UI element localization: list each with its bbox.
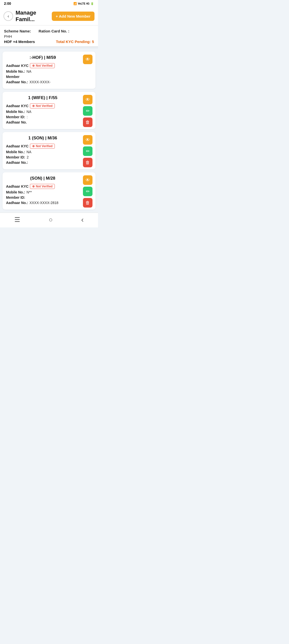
member-4-kyc: Aadhaar KYC ⊗ Not Verified [6, 184, 92, 189]
scheme-value-row: PHH [4, 34, 94, 38]
aadhaar-value: XXXX-XXXX- [29, 80, 51, 84]
mobile-label: Mobile No.: [6, 150, 25, 154]
not-verified-text: Not Verified [36, 185, 53, 188]
member-2-view-button[interactable]: 👁 [83, 95, 92, 104]
member-3-edit-button[interactable]: ✏ [83, 146, 92, 156]
not-verified-text: Not Verified [36, 64, 53, 67]
eye-icon: 👁 [85, 178, 90, 183]
mobile-label: Mobile No.: [6, 69, 25, 73]
aadhaar-label: Aadhaar No.: [6, 201, 28, 205]
battery-icon: 🔋 [90, 2, 94, 5]
kyc-label: Aadhaar KYC [6, 184, 28, 188]
member-3-aadhaar: Aadhaar No.: [6, 160, 92, 165]
eye-icon: 👁 [85, 97, 90, 102]
member-3-actions: 👁 ✏ 🗑 [83, 135, 92, 167]
member-2-title: 1 (WIFE) | F/55 [6, 95, 92, 100]
member-4-view-button[interactable]: 👁 [83, 175, 92, 185]
member-4-delete-button[interactable]: 🗑 [83, 198, 92, 208]
delete-icon: 🗑 [85, 200, 90, 206]
back-nav-icon[interactable]: ‹ [81, 215, 84, 224]
add-member-button[interactable]: + Add New Member [52, 12, 94, 21]
member-card-4: (SON) | M/28 👁 ✏ 🗑 Aadhaar KYC ⊗ Not Ver… [3, 172, 95, 210]
memberid-label: Member ID: [6, 155, 25, 159]
kyc-label: Aadhaar KYC [6, 144, 28, 148]
aadhaar-label: Aadhaar No.: [6, 160, 28, 165]
mobile-value: NA [26, 69, 31, 73]
member-3-view-button[interactable]: 👁 [83, 135, 92, 145]
member-card-2: 1 (WIFE) | F/55 👁 ✏ 🗑 Aadhaar KYC ⊗ Not … [3, 92, 95, 129]
member-3-delete-button[interactable]: 🗑 [83, 158, 92, 167]
add-member-label: + Add New Member [56, 14, 90, 18]
hof-text: HOF +4 Members [4, 39, 35, 44]
member-2-edit-button[interactable]: ✏ [83, 106, 92, 116]
hof-row: HOF +4 Members Total KYC Pending: 5 [4, 39, 94, 44]
role-label: Member [6, 75, 20, 79]
mobile-value: NA [26, 110, 31, 114]
member-1-kyc: Aadhaar KYC ⊗ Not Verified [6, 63, 92, 68]
mobile-value: N** [26, 190, 32, 194]
member-4-actions: 👁 ✏ 🗑 [83, 175, 92, 208]
mobile-value: NA [26, 150, 31, 154]
memberid-value: : [27, 115, 28, 119]
not-verified-text: Not Verified [36, 144, 53, 148]
member-4-aadhaar: Aadhaar No.: XXXX-XXXX-2818 [6, 201, 92, 205]
kyc-label: Aadhaar KYC [6, 104, 28, 108]
member-3-kyc: Aadhaar KYC ⊗ Not Verified [6, 144, 92, 149]
edit-icon: ✏ [86, 189, 90, 194]
member-2-actions: 👁 ✏ 🗑 [83, 95, 92, 127]
member-1-title: :-HOF) | M/59 [6, 55, 92, 60]
mobile-label: Mobile No.: [6, 110, 25, 114]
kyc-label: Aadhaar KYC [6, 64, 28, 68]
member-card-1: :-HOF) | M/59 👁 Aadhaar KYC ⊗ Not Verifi… [3, 52, 95, 89]
scheme-row: Scheme Name: Ration Card No. : [4, 29, 94, 33]
member-4-title: (SON) | M/28 [6, 176, 92, 181]
memberid-value: 2 [27, 155, 29, 159]
back-button[interactable]: ‹ [4, 11, 13, 21]
menu-nav-icon[interactable]: ☰ [14, 216, 20, 224]
not-verified-text: Not Verified [36, 104, 53, 108]
status-bar: 2:00 📶 VoLTE 4G 🔋 [0, 0, 98, 7]
aadhaar-value: XXXX-XXXX-2818 [29, 201, 58, 205]
not-verified-icon: ⊗ [32, 185, 35, 188]
memberid-label: Member ID: [6, 115, 25, 119]
edit-icon: ✏ [86, 108, 90, 114]
member-2-aadhaar: Aadhaar No. [6, 120, 92, 124]
kyc-pending-value: 5 [92, 39, 94, 44]
page-title: Manage Famil... [16, 10, 49, 23]
member-1-actions: 👁 [83, 55, 92, 64]
member-1-view-button[interactable]: 👁 [83, 55, 92, 64]
member-1-role: Member [6, 75, 92, 79]
member-2-kyc: Aadhaar KYC ⊗ Not Verified [6, 103, 92, 108]
member-4-edit-button[interactable]: ✏ [83, 187, 92, 196]
member-2-mobile: Mobile No.: NA [6, 110, 92, 114]
not-verified-badge: ⊗ Not Verified [30, 103, 55, 108]
delete-icon: 🗑 [85, 160, 90, 165]
not-verified-icon: ⊗ [32, 64, 35, 67]
memberid-label: Member ID: [6, 195, 25, 199]
member-2-delete-button[interactable]: 🗑 [83, 117, 92, 127]
member-4-mobile: Mobile No.: N** [6, 190, 92, 194]
not-verified-badge: ⊗ Not Verified [30, 144, 55, 149]
eye-icon: 👁 [85, 137, 90, 143]
kyc-pending: Total KYC Pending: 5 [56, 39, 94, 44]
member-3-mobile: Mobile No.: NA [6, 150, 92, 154]
aadhaar-label: Aadhaar No.: [6, 80, 28, 84]
not-verified-badge: ⊗ Not Verified [30, 184, 55, 189]
section-divider [0, 47, 98, 49]
network-icon: VoLTE 4G [78, 2, 89, 5]
member-1-mobile: Mobile No.: NA [6, 69, 92, 73]
member-2-memberid: Member ID: : [6, 115, 92, 119]
not-verified-badge: ⊗ Not Verified [30, 63, 55, 68]
member-3-memberid: Member ID: 2 [6, 155, 92, 159]
ration-label: Ration Card No. : [39, 29, 70, 33]
not-verified-icon: ⊗ [32, 104, 35, 108]
delete-icon: 🗑 [85, 120, 90, 125]
member-1-aadhaar: Aadhaar No.: XXXX-XXXX- [6, 80, 92, 84]
member-4-memberid: Member ID: [6, 195, 92, 199]
kyc-pending-label: Total KYC Pending: [56, 39, 91, 44]
header: ‹ Manage Famil... + Add New Member [0, 7, 98, 25]
member-card-3: 1 (SON) | M/36 👁 ✏ 🗑 Aadhaar KYC ⊗ Not V… [3, 132, 95, 169]
aadhaar-label: Aadhaar No. [6, 120, 27, 124]
scheme-label: Scheme Name: [4, 29, 31, 33]
home-nav-icon[interactable]: ○ [49, 216, 53, 224]
